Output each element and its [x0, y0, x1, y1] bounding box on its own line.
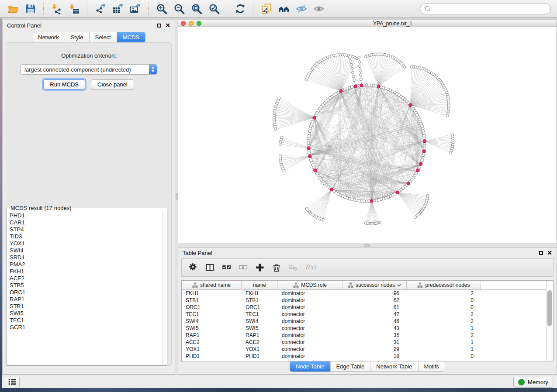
network-node[interactable] — [352, 75, 355, 78]
run-mcds-button[interactable]: Run MCDS — [43, 79, 85, 89]
table-row[interactable]: SWI5SWI5connector431 — [182, 325, 553, 332]
column-header-successor-nodes[interactable]: successor nodes — [343, 281, 407, 289]
network-dominator-node[interactable] — [354, 85, 357, 88]
network-dominator-node[interactable] — [370, 199, 373, 203]
column-header-shared-name[interactable]: shared name — [182, 281, 242, 289]
export-image-button[interactable] — [128, 2, 143, 16]
network-dominator-node[interactable] — [330, 188, 333, 191]
open-file-button[interactable] — [6, 2, 21, 16]
network-node[interactable] — [349, 59, 352, 62]
search-input[interactable] — [434, 5, 547, 12]
network-node[interactable] — [446, 114, 449, 117]
network-node[interactable] — [423, 137, 426, 140]
network-node[interactable] — [280, 136, 283, 139]
window-close-icon[interactable] — [181, 21, 186, 26]
mcds-result-node[interactable]: TID3 — [10, 233, 162, 240]
network-node[interactable] — [315, 172, 318, 175]
table-cell[interactable]: 29 — [343, 346, 407, 353]
table-row[interactable]: TEC1TEC1connector472 — [182, 311, 553, 318]
mcds-result-node[interactable]: STB1 — [10, 303, 162, 310]
column-header-MCDS-role[interactable]: MCDS role — [278, 281, 343, 289]
table-cell[interactable]: 62 — [343, 297, 407, 304]
table-cell[interactable]: SWI4 — [182, 318, 242, 325]
network-node[interactable] — [337, 91, 340, 94]
window-minimize-icon[interactable] — [189, 21, 194, 26]
table-cell[interactable]: 2 — [407, 318, 481, 325]
network-node[interactable] — [350, 86, 353, 89]
table-cell[interactable]: PHD1 — [182, 353, 242, 360]
network-dominator-node[interactable] — [339, 89, 343, 93]
network-dominator-node[interactable] — [377, 85, 380, 88]
network-dominator-node[interactable] — [422, 150, 426, 153]
network-canvas[interactable] — [178, 27, 557, 244]
table-cell[interactable]: 96 — [343, 290, 407, 297]
table-panel-close-button[interactable]: ✕ — [547, 250, 552, 256]
network-node[interactable] — [449, 151, 452, 154]
table-scrollbar-thumb[interactable] — [547, 290, 552, 326]
table-cell[interactable]: RAP1 — [242, 332, 278, 339]
table-cell[interactable]: 2 — [407, 290, 481, 297]
optimization-criterion-dropdown[interactable]: largest connected component (undirected) — [20, 64, 157, 75]
table-panel-float-button[interactable] — [539, 251, 543, 255]
network-node[interactable] — [353, 79, 356, 82]
table-cell[interactable]: TEC1 — [242, 311, 278, 318]
table-cell[interactable]: STB1 — [182, 297, 242, 304]
network-node[interactable] — [351, 71, 354, 74]
close-panel-button[interactable]: Close panel — [91, 79, 134, 89]
network-node[interactable] — [359, 74, 362, 76]
network-node[interactable] — [403, 65, 406, 68]
tab-mcds[interactable]: MCDS — [117, 32, 145, 42]
tab-motifs[interactable]: Motifs — [418, 361, 445, 371]
table-scrollbar[interactable] — [546, 281, 553, 361]
network-node[interactable] — [279, 155, 281, 157]
control-panel-close-button[interactable]: ✕ — [165, 22, 170, 28]
table-cell[interactable]: SWI5 — [182, 325, 242, 332]
mcds-result-node[interactable]: CAR1 — [10, 219, 162, 226]
mcds-result-node[interactable]: YOX1 — [10, 240, 162, 247]
network-node[interactable] — [423, 147, 426, 150]
table-row[interactable]: STB1STB1dominator620 — [182, 297, 553, 304]
table-row[interactable]: PHD1PHD1dominator180 — [182, 353, 553, 360]
table-cell[interactable]: dominator — [278, 318, 343, 325]
export-table-button[interactable] — [111, 2, 125, 16]
select-all-button[interactable] — [220, 261, 233, 274]
mcds-result-scrollbar[interactable] — [162, 212, 166, 365]
network-dominator-node[interactable] — [409, 103, 412, 107]
network-dominator-node[interactable] — [308, 155, 311, 158]
network-node[interactable] — [349, 56, 351, 58]
memory-button[interactable]: Memory — [513, 377, 553, 388]
zoom-in-button[interactable] — [154, 2, 169, 16]
tab-network-table[interactable]: Network Table — [370, 361, 418, 371]
save-session-button[interactable] — [23, 2, 38, 16]
table-cell[interactable]: dominator — [278, 332, 343, 339]
table-cell[interactable]: PHD1 — [242, 353, 278, 360]
table-cell[interactable]: 46 — [343, 318, 407, 325]
network-dominator-node[interactable] — [314, 169, 317, 172]
network-dominator-node[interactable] — [313, 116, 316, 119]
mcds-result-node[interactable]: ORC1 — [10, 289, 162, 296]
table-cell[interactable]: 1 — [407, 339, 481, 346]
network-node[interactable] — [359, 69, 361, 72]
table-cell[interactable]: FKH1 — [242, 290, 278, 297]
table-cell[interactable]: 1 — [407, 325, 481, 332]
network-dominator-node[interactable] — [407, 182, 410, 185]
network-dominator-node[interactable] — [396, 191, 399, 194]
table-cell[interactable]: connector — [278, 311, 343, 318]
columns-button[interactable] — [204, 261, 217, 274]
mcds-result-node[interactable]: STP4 — [10, 226, 162, 233]
table-cell[interactable]: YOX1 — [182, 346, 242, 353]
network-dominator-node[interactable] — [360, 84, 363, 87]
gear-button[interactable] — [187, 261, 200, 274]
tab-edge-table[interactable]: Edge Table — [330, 361, 370, 371]
network-node[interactable] — [351, 67, 353, 70]
task-history-button[interactable] — [5, 377, 20, 387]
table-cell[interactable]: 61 — [343, 304, 407, 311]
hide-selected-button[interactable] — [294, 2, 309, 16]
network-node[interactable] — [305, 207, 308, 210]
zoom-out-button[interactable] — [172, 2, 187, 16]
table-cell[interactable]: dominator — [278, 304, 343, 311]
table-cell[interactable]: 2 — [407, 311, 481, 318]
zoom-selected-button[interactable] — [207, 2, 221, 16]
table-row[interactable]: ACE2ACE2connector311 — [182, 339, 553, 346]
network-dominator-node[interactable] — [423, 140, 426, 143]
